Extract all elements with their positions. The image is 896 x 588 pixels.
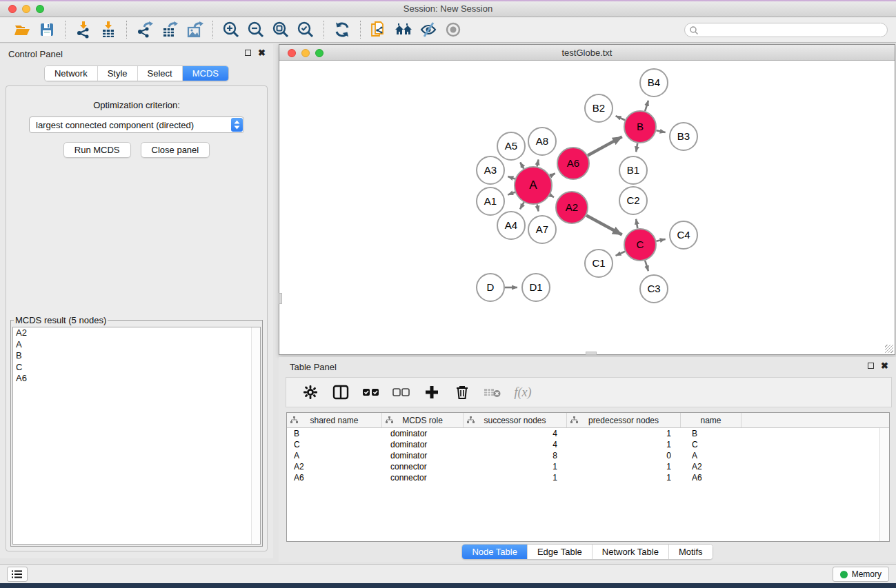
deselect-all-columns-icon[interactable] xyxy=(390,381,413,403)
edge-B-B4[interactable] xyxy=(645,101,648,111)
table-cell: 4 xyxy=(464,439,567,450)
zoom-in-icon[interactable] xyxy=(219,19,243,40)
create-column-plus-icon[interactable] xyxy=(420,381,444,403)
select-all-columns-icon[interactable] xyxy=(359,381,383,403)
close-panel-button[interactable]: Close panel xyxy=(141,142,210,158)
edge-B-B1[interactable] xyxy=(636,143,637,152)
close-table-panel-icon[interactable]: ✖ xyxy=(881,361,888,371)
workspace: Control Panel ✖ NetworkStyleSelectMCDS O… xyxy=(0,43,896,564)
task-history-button[interactable] xyxy=(7,567,28,582)
mcds-result-item[interactable]: B xyxy=(13,350,260,362)
network-window-titlebar[interactable]: testGlobe.txt xyxy=(279,45,895,61)
tab-select[interactable]: Select xyxy=(138,66,183,81)
delete-column-trash-icon[interactable] xyxy=(450,381,474,403)
zoom-fit-icon[interactable] xyxy=(268,19,293,40)
edge-C-C3[interactable] xyxy=(645,261,648,271)
tab-network[interactable]: Network xyxy=(45,66,98,81)
edge-A2-C[interactable] xyxy=(586,216,622,235)
edge-C-C4[interactable] xyxy=(656,239,665,241)
tab-style[interactable]: Style xyxy=(98,66,138,81)
new-network-from-file-icon[interactable] xyxy=(366,19,391,40)
table-row[interactable]: A2connector11A2 xyxy=(287,461,879,472)
node-label-C4: C4 xyxy=(677,229,690,241)
float-panel-icon[interactable] xyxy=(245,50,251,56)
titlebar: Session: New Session xyxy=(0,0,896,17)
search-input[interactable] xyxy=(699,25,887,36)
column-header-predecessor-nodes[interactable]: predecessor nodes xyxy=(567,413,681,427)
close-panel-icon[interactable]: ✖ xyxy=(258,48,266,58)
edge-A-A7[interactable] xyxy=(537,204,539,211)
table-row[interactable]: Adominator80A xyxy=(287,450,879,461)
table-header-row: shared nameMCDS rolesuccessor nodesprede… xyxy=(287,413,889,428)
delete-table-icon[interactable] xyxy=(481,381,504,403)
tab-network-table[interactable]: Network Table xyxy=(593,545,669,559)
zoom-selected-icon[interactable] xyxy=(293,19,318,40)
column-header-MCDS-role[interactable]: MCDS role xyxy=(382,413,464,427)
edge-B-B3[interactable] xyxy=(656,130,665,132)
table-panel-title: Table Panel xyxy=(290,362,337,372)
edge-A-A6[interactable] xyxy=(550,174,555,176)
table-row[interactable]: Bdominator41B xyxy=(287,428,879,439)
show-graphics-eye-icon[interactable] xyxy=(441,19,466,40)
table-cell: A6 xyxy=(287,472,382,483)
mcds-result-list[interactable]: A2ABCA6 xyxy=(12,327,261,545)
zoom-out-icon[interactable] xyxy=(243,19,268,40)
export-image-icon[interactable] xyxy=(182,19,207,40)
criterion-select[interactable]: largest connected component (directed) xyxy=(29,116,244,133)
table-cell: 0 xyxy=(567,450,681,461)
save-session-icon[interactable] xyxy=(34,19,59,40)
float-table-panel-icon[interactable] xyxy=(868,363,874,369)
run-mcds-button[interactable]: Run MCDS xyxy=(63,142,131,158)
toolbar-separator xyxy=(323,21,324,39)
table-cell: dominator xyxy=(382,450,464,461)
column-header-successor-nodes[interactable]: successor nodes xyxy=(464,413,567,427)
mcds-list-scrollbar[interactable] xyxy=(251,327,260,544)
table-row[interactable]: A6connector11A6 xyxy=(287,472,879,483)
edge-C-C2[interactable] xyxy=(636,219,637,229)
import-network-icon[interactable] xyxy=(71,19,96,40)
resize-grip-icon[interactable] xyxy=(885,345,893,353)
edge-A-A2[interactable] xyxy=(550,195,554,197)
mcds-result-item[interactable]: A xyxy=(13,339,260,351)
table-scrollbar[interactable] xyxy=(879,428,889,541)
edge-A-A8[interactable] xyxy=(537,160,539,167)
tab-mcds[interactable]: MCDS xyxy=(183,66,228,81)
column-label: shared name xyxy=(310,416,358,425)
mcds-result-item[interactable]: A6 xyxy=(13,373,260,385)
tab-node-table[interactable]: Node Table xyxy=(462,545,528,559)
edge-A-A3[interactable] xyxy=(508,176,515,179)
mcds-result-item[interactable]: C xyxy=(13,362,260,374)
control-panel-header: Control Panel ✖ xyxy=(0,44,273,62)
table-settings-gear-icon[interactable] xyxy=(299,381,322,403)
main-toolbar xyxy=(0,17,896,43)
network-view-window: testGlobe.txt AA1A2A3A4A5A6A7A8BB1B2B3B4… xyxy=(279,44,895,355)
edge-A-A4[interactable] xyxy=(520,203,524,210)
tab-motifs[interactable]: Motifs xyxy=(669,545,713,559)
application-window: Session: New Session xyxy=(0,0,896,588)
left-grip[interactable] xyxy=(279,293,282,304)
edge-A-A5[interactable] xyxy=(520,163,524,169)
hide-graphics-icon[interactable] xyxy=(416,19,441,40)
show-column-panel-icon[interactable] xyxy=(329,381,352,403)
column-header-shared-name[interactable]: shared name xyxy=(287,413,382,427)
column-header-name[interactable]: name xyxy=(681,413,741,427)
memory-button[interactable]: Memory xyxy=(833,567,889,582)
refresh-icon[interactable] xyxy=(330,19,355,40)
table-row[interactable]: Cdominator41C xyxy=(287,439,879,450)
network-canvas[interactable]: AA1A2A3A4A5A6A7A8BB1B2B3B4CC1C2C3C4DD1 xyxy=(279,61,895,354)
function-builder-icon[interactable]: f(x) xyxy=(511,381,535,403)
node-label-A7: A7 xyxy=(536,223,548,235)
bottom-grip[interactable] xyxy=(586,352,597,355)
tab-edge-table[interactable]: Edge Table xyxy=(528,545,593,559)
import-table-icon[interactable] xyxy=(96,19,121,40)
mcds-result-item[interactable]: A2 xyxy=(13,327,260,339)
export-table-icon[interactable] xyxy=(157,19,182,40)
open-file-icon[interactable] xyxy=(10,19,34,40)
edge-B-B2[interactable] xyxy=(616,116,626,120)
edge-A-A1[interactable] xyxy=(508,192,515,195)
node-label-A5: A5 xyxy=(505,140,517,152)
show-all-houses-icon[interactable] xyxy=(391,19,416,40)
edge-C-C1[interactable] xyxy=(616,252,626,256)
edge-A6-B[interactable] xyxy=(588,136,622,155)
export-network-icon[interactable] xyxy=(132,19,157,40)
